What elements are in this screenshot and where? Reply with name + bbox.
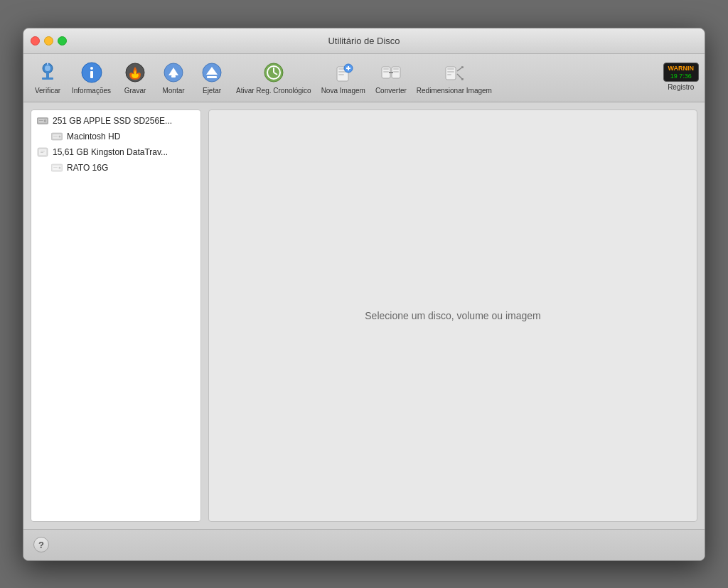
- toolbar-redimensionar[interactable]: Redimensionar Imagem: [412, 57, 496, 97]
- volume-icon: [51, 131, 63, 142]
- disk-item-1-vol-label: Macintosh HD: [67, 132, 120, 141]
- svg-rect-34: [447, 71, 454, 73]
- window-controls: [31, 36, 67, 46]
- toolbar-montar[interactable]: Montar: [155, 57, 192, 97]
- info-icon: [79, 60, 105, 85]
- resize-icon: [441, 60, 467, 85]
- svg-point-39: [45, 120, 46, 122]
- toolbar-registro-label: Registro: [668, 83, 694, 91]
- main-content: 251 GB APPLE SSD SD256E... Macintosh HD: [23, 102, 705, 529]
- toolbar-gravar[interactable]: Gravar: [117, 57, 154, 97]
- hdd-icon: [37, 115, 48, 127]
- disk-item-1-label: 251 GB APPLE SSD SD256E...: [53, 116, 172, 126]
- svg-rect-52: [53, 167, 58, 168]
- svg-rect-7: [90, 71, 93, 78]
- svg-rect-28: [383, 71, 389, 73]
- minimize-button[interactable]: [44, 36, 53, 46]
- toolbar-gravar-label: Gravar: [124, 87, 146, 95]
- toolbar-ativar-reg-label: Ativar Reg. Cronológico: [236, 87, 311, 95]
- svg-rect-35: [447, 74, 451, 75]
- toolbar-converter[interactable]: Converter: [371, 57, 411, 97]
- svg-rect-47: [41, 151, 45, 151]
- mount-icon: [161, 60, 186, 85]
- svg-rect-14: [207, 76, 217, 78]
- usb-drive-icon: [37, 146, 48, 158]
- close-button[interactable]: [31, 36, 40, 46]
- disk-item-1-vol[interactable]: Macintosh HD: [31, 129, 200, 144]
- toolbar-converter-label: Converter: [375, 87, 407, 95]
- svg-rect-2: [42, 77, 53, 80]
- toolbar-informacoes-label: Informações: [72, 87, 111, 95]
- help-button[interactable]: ?: [33, 537, 49, 552]
- disk-item-1[interactable]: 251 GB APPLE SSD SD256E...: [31, 113, 200, 129]
- burn-icon: [122, 60, 148, 85]
- detail-placeholder-text: Selecione um disco, volume ou imagem: [365, 310, 540, 321]
- toolbar-verificar-label: Verificar: [35, 87, 60, 95]
- microscope-icon: [35, 60, 60, 85]
- svg-rect-30: [393, 68, 399, 70]
- svg-point-43: [59, 135, 61, 137]
- window-title: Utilitário de Disco: [328, 36, 400, 46]
- svg-rect-40: [39, 120, 43, 121]
- svg-point-51: [59, 166, 61, 169]
- toolbar-nova-imagem-label: Nova Imagem: [321, 87, 365, 95]
- toolbar-ejetar[interactable]: Ejetar: [193, 57, 230, 97]
- detail-panel: Selecione um disco, volume ou imagem: [208, 109, 697, 522]
- disk-item-2-vol-label: RATO 16G: [67, 163, 108, 173]
- usb-volume-icon: [51, 162, 63, 173]
- toolbar-verificar[interactable]: Verificar: [29, 57, 66, 97]
- svg-rect-31: [393, 71, 399, 73]
- svg-rect-22: [338, 74, 344, 75]
- log-icon: [261, 60, 287, 85]
- toolbar-informacoes[interactable]: Informações: [68, 57, 115, 97]
- new-image-icon: [331, 60, 356, 85]
- help-icon: ?: [38, 540, 44, 550]
- titlebar: Utilitário de Disco: [23, 28, 705, 54]
- toolbar-redimensionar-label: Redimensionar Imagem: [417, 87, 492, 95]
- bottom-bar: ?: [23, 529, 705, 560]
- main-window: Utilitário de Disco Verificar: [23, 28, 705, 561]
- svg-rect-44: [53, 136, 58, 137]
- svg-rect-48: [41, 152, 43, 153]
- toolbar-montar-label: Montar: [162, 87, 184, 95]
- svg-rect-11: [171, 75, 176, 77]
- registry-time-text: 19 7:36: [670, 73, 692, 80]
- disk-item-2-vol[interactable]: RATO 16G: [31, 160, 200, 176]
- registry-display: WARNIN 19 7:36: [663, 63, 700, 82]
- toolbar-ejetar-label: Ejetar: [203, 87, 221, 95]
- svg-point-6: [90, 67, 93, 70]
- disk-list-panel: 251 GB APPLE SSD SD256E... Macintosh HD: [31, 109, 201, 522]
- toolbar: Verificar Informações Grav: [23, 54, 705, 102]
- svg-rect-27: [383, 68, 389, 70]
- registry-warn-text: WARNIN: [668, 65, 695, 73]
- maximize-button[interactable]: [58, 36, 67, 46]
- convert-icon: [378, 60, 404, 85]
- disk-item-2[interactable]: 15,61 GB Kingston DataTrav...: [31, 144, 200, 160]
- svg-point-3: [45, 65, 50, 71]
- svg-rect-33: [447, 68, 454, 70]
- disk-item-2-label: 15,61 GB Kingston DataTrav...: [53, 147, 168, 157]
- eject-icon: [199, 60, 225, 85]
- toolbar-registro-container[interactable]: WARNIN 19 7:36 Registro: [663, 63, 700, 92]
- svg-rect-1: [46, 73, 49, 78]
- toolbar-nova-imagem[interactable]: Nova Imagem: [317, 57, 370, 97]
- toolbar-ativar-reg[interactable]: Ativar Reg. Cronológico: [232, 57, 316, 97]
